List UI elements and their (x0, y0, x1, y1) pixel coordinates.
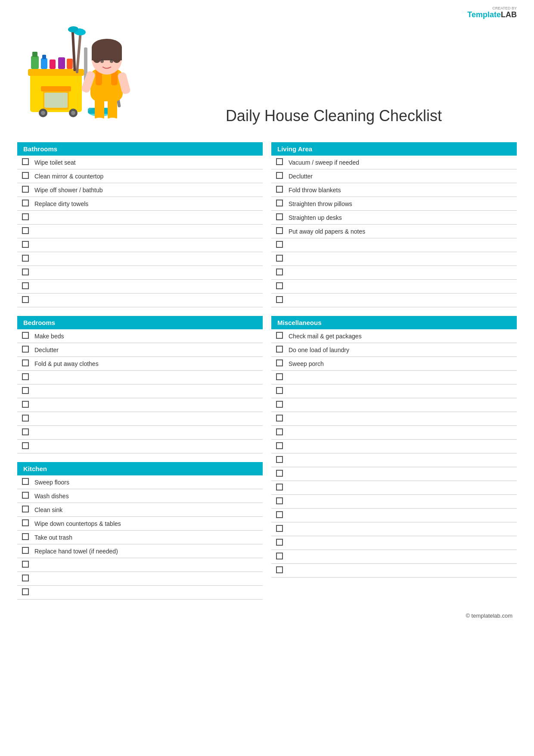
checkbox[interactable] (22, 158, 29, 165)
checkbox[interactable] (276, 373, 283, 380)
checkbox[interactable] (276, 401, 283, 408)
checkbox[interactable] (276, 484, 283, 490)
checkbox[interactable] (276, 186, 283, 193)
checkbox[interactable] (22, 282, 29, 289)
checkbox[interactable] (22, 269, 29, 275)
list-item (271, 440, 517, 453)
checkbox[interactable] (276, 470, 283, 477)
bathrooms-header: Bathrooms (17, 142, 263, 156)
checkbox[interactable] (22, 415, 29, 422)
item-label (31, 558, 263, 572)
item-label: Sweep floors (31, 475, 263, 489)
list-item (271, 266, 517, 280)
item-label (31, 440, 263, 453)
checkbox[interactable] (22, 359, 29, 366)
checkbox[interactable] (276, 296, 283, 303)
list-item: Fold throw blankets (271, 183, 517, 197)
checkbox[interactable] (276, 158, 283, 165)
list-item (271, 481, 517, 495)
checkbox[interactable] (22, 506, 29, 512)
checkbox[interactable] (22, 213, 29, 220)
svg-point-35 (110, 59, 113, 63)
checkbox[interactable] (22, 255, 29, 262)
item-label: Wipe toilet seat (31, 156, 263, 169)
checkbox[interactable] (276, 553, 283, 559)
svg-rect-11 (41, 58, 47, 69)
checkbox[interactable] (276, 227, 283, 234)
svg-rect-16 (76, 30, 82, 73)
item-label: Declutter (31, 343, 263, 357)
checkbox[interactable] (22, 588, 29, 595)
checkbox[interactable] (22, 533, 29, 540)
checkbox[interactable] (22, 478, 29, 485)
checkbox[interactable] (22, 346, 29, 353)
svg-rect-13 (50, 59, 56, 69)
list-item (271, 495, 517, 509)
list-item: Make beds (17, 329, 263, 343)
checkbox[interactable] (22, 561, 29, 568)
item-label: Replace dirty towels (31, 197, 263, 211)
item-label (285, 384, 517, 398)
list-item (271, 509, 517, 522)
svg-point-23 (106, 118, 118, 124)
item-label: Clean sink (31, 503, 263, 517)
checkbox[interactable] (276, 456, 283, 463)
checkbox[interactable] (22, 547, 29, 554)
checkbox[interactable] (22, 200, 29, 206)
checkbox[interactable] (276, 269, 283, 275)
list-item (17, 252, 263, 266)
checkbox[interactable] (22, 373, 29, 380)
checkbox[interactable] (276, 241, 283, 248)
checkbox[interactable] (22, 442, 29, 449)
list-item (17, 371, 263, 384)
checkbox[interactable] (276, 172, 283, 179)
item-label (31, 384, 263, 398)
item-label (31, 252, 263, 266)
checkbox[interactable] (22, 186, 29, 193)
checkbox[interactable] (276, 442, 283, 449)
item-label (31, 572, 263, 586)
item-label: Sweep porch (285, 357, 517, 371)
checkbox[interactable] (276, 359, 283, 366)
item-label (31, 280, 263, 294)
checkbox[interactable] (276, 525, 283, 532)
checkbox[interactable] (22, 332, 29, 339)
checkbox[interactable] (22, 172, 29, 179)
item-label (31, 426, 263, 440)
checkbox[interactable] (22, 241, 29, 248)
list-item: Sweep floors (17, 475, 263, 489)
checkbox[interactable] (22, 296, 29, 303)
checkbox[interactable] (276, 213, 283, 220)
checkbox[interactable] (22, 401, 29, 408)
checkbox[interactable] (276, 255, 283, 262)
item-label (31, 294, 263, 307)
checkbox[interactable] (276, 511, 283, 518)
list-item (17, 384, 263, 398)
list-item (17, 398, 263, 412)
checkbox[interactable] (276, 428, 283, 435)
item-label (285, 238, 517, 252)
checkbox[interactable] (22, 575, 29, 581)
list-item (17, 294, 263, 307)
item-label: Put away old papers & notes (285, 225, 517, 238)
checkbox[interactable] (22, 492, 29, 499)
checkbox[interactable] (22, 519, 29, 526)
checkbox[interactable] (22, 387, 29, 394)
list-item (271, 564, 517, 578)
checkbox[interactable] (276, 200, 283, 206)
svg-rect-7 (41, 86, 71, 91)
living-area-list: Vacuum / sweep if needed Declutter Fold … (271, 156, 517, 307)
checkbox[interactable] (276, 332, 283, 339)
bedrooms-list: Make beds Declutter Fold & put away clot… (17, 329, 263, 453)
checkbox[interactable] (276, 282, 283, 289)
checkbox[interactable] (276, 539, 283, 546)
list-item (271, 453, 517, 467)
checkbox[interactable] (276, 415, 283, 422)
checkbox[interactable] (276, 566, 283, 573)
checkbox[interactable] (22, 227, 29, 234)
living-area-header: Living Area (271, 142, 517, 156)
checkbox[interactable] (22, 428, 29, 435)
checkbox[interactable] (276, 497, 283, 504)
checkbox[interactable] (276, 387, 283, 394)
checkbox[interactable] (276, 346, 283, 353)
